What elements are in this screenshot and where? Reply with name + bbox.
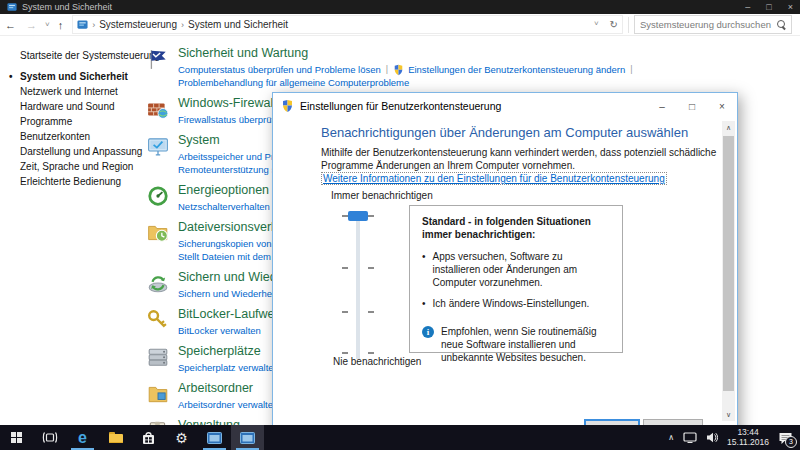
address-dropdown-icon[interactable]: ˅ — [594, 19, 599, 30]
folder-icon — [109, 432, 123, 443]
level-bullet-text: Ich ändere Windows-Einstellungen. — [433, 297, 590, 310]
task-link[interactable]: Arbeitsordner verwalten — [178, 398, 278, 411]
slider-tick — [342, 311, 348, 313]
up-icon[interactable]: ↑ — [58, 19, 64, 31]
sidebar-item-erleichterte-bedienung[interactable]: Erleichterte Bedienung — [0, 174, 146, 189]
task-link[interactable]: Speicherplatz verwalten — [178, 361, 279, 374]
uac-slider-thumb[interactable] — [348, 211, 368, 221]
taskbar-window-button-active[interactable] — [231, 425, 264, 450]
scroll-up-icon[interactable]: ∧ — [722, 121, 735, 134]
history-dropdown-icon[interactable]: ˅ — [45, 20, 50, 29]
sidebar-item-programme[interactable]: Programme — [0, 114, 146, 129]
refresh-icon[interactable]: ↻ — [610, 19, 618, 30]
uac-settings-dialog: Einstellungen für Benutzerkontensteuerun… — [272, 92, 738, 439]
sidebar-item-startseite[interactable]: Startseite der Systemsteuerung — [0, 48, 146, 63]
edge-button[interactable]: e — [66, 425, 99, 450]
sidebar-item-label: Benutzerkonten — [20, 131, 90, 142]
info-icon: i — [422, 326, 434, 338]
item-sicherheit-und-wartung: Sicherheit und Wartung Computerstatus üb… — [146, 46, 800, 89]
sidebar-item-netzwerk[interactable]: Netzwerk und Internet — [0, 84, 146, 99]
uac-shield-icon — [281, 99, 294, 113]
gear-icon: ⚙ — [175, 431, 188, 445]
start-button[interactable] — [0, 425, 33, 450]
desktop-screen: System und Sicherheit – □ × ← → ˅ ↑ › Sy… — [0, 0, 800, 450]
firewall-icon — [146, 97, 170, 121]
flag-icon — [146, 47, 170, 71]
sidebar: Startseite der Systemsteuerung •System u… — [0, 35, 146, 425]
store-bag-icon — [142, 431, 155, 445]
task-link[interactable]: Problembehandlung für allgemeine Compute… — [178, 76, 409, 89]
minimize-icon[interactable]: – — [745, 3, 750, 12]
action-center-button[interactable]: 3 — [778, 431, 793, 445]
taskbar: e ⚙ ∧ 13:44 15.11.2016 — [0, 425, 800, 450]
breadcrumb-sep-icon: › — [92, 20, 95, 30]
control-panel-icon — [7, 2, 17, 12]
sidebar-item-hardware[interactable]: Hardware und Sound — [0, 99, 146, 114]
task-link-uac-settings[interactable]: Einstellungen der Benutzerkontensteuerun… — [408, 63, 625, 76]
category-link[interactable]: Sicherheit und Wartung — [178, 46, 638, 61]
slider-tick — [342, 352, 348, 354]
sidebar-item-benutzerkonten[interactable]: Benutzerkonten — [0, 129, 146, 144]
back-icon[interactable]: ← — [5, 19, 16, 31]
window-titlebar: System und Sicherheit – □ × — [0, 0, 800, 14]
level-bullet-text: Apps versuchen, Software zu installieren… — [433, 250, 610, 289]
work-folders-icon — [146, 382, 170, 406]
uac-level-description-panel: Standard - in folgenden Situationen imme… — [409, 205, 623, 353]
scroll-down-icon[interactable]: ∨ — [722, 408, 735, 421]
category-link[interactable]: Speicherplätze — [178, 344, 279, 359]
task-link[interactable]: Computerstatus überprüfen und Probleme l… — [178, 63, 381, 76]
system-tray: ∧ 13:44 15.11.2016 3 — [668, 425, 800, 450]
sidebar-item-zeit-sprache[interactable]: Zeit, Sprache und Region — [0, 159, 146, 174]
tray-chevron-up-icon[interactable]: ∧ — [668, 433, 674, 442]
maximize-icon[interactable]: □ — [766, 3, 771, 12]
search-icon[interactable] — [777, 20, 786, 29]
taskbar-clock[interactable]: 13:44 15.11.2016 — [727, 428, 769, 447]
system-monitor-icon — [146, 134, 170, 158]
task-link[interactable]: Firewallstatus überprüfen — [178, 113, 285, 126]
slider-top-label: Immer benachrichtigen — [331, 190, 433, 201]
edge-icon: e — [78, 430, 87, 446]
address-bar[interactable]: › Systemsteuerung › System und Sicherhei… — [72, 15, 623, 34]
minimize-icon[interactable]: – — [647, 93, 677, 119]
slider-tick — [368, 215, 374, 217]
file-history-icon — [146, 221, 170, 245]
more-info-link[interactable]: Weitere Informationen zu den Einstellung… — [321, 172, 667, 185]
dialog-title: Einstellungen für Benutzerkontensteuerun… — [300, 100, 501, 112]
windows-logo-icon — [11, 432, 22, 443]
file-explorer-button[interactable] — [99, 425, 132, 450]
task-link[interactable]: BitLocker verwalten — [178, 324, 261, 337]
sidebar-item-label: Erleichterte Bedienung — [20, 176, 121, 187]
bullet-icon: • — [422, 297, 426, 310]
dialog-description: Mithilfe der Benutzerkontensteuerung kan… — [321, 146, 729, 172]
close-icon[interactable]: × — [788, 3, 793, 12]
level-note-text: Empfohlen, wenn Sie routinemäßig neue So… — [441, 325, 610, 364]
task-view-button[interactable] — [33, 425, 66, 450]
store-button[interactable] — [132, 425, 165, 450]
separator: | — [386, 63, 388, 76]
sidebar-item-label: Netzwerk und Internet — [20, 86, 118, 97]
category-link[interactable]: Arbeitsordner — [178, 381, 278, 396]
scrollbar-thumb[interactable] — [723, 136, 734, 391]
level-title: Standard - in folgenden Situationen imme… — [422, 215, 610, 241]
close-icon[interactable]: × — [707, 93, 737, 119]
uac-slider-track[interactable] — [356, 213, 360, 359]
network-icon[interactable] — [683, 432, 697, 443]
sidebar-item-system-und-sicherheit[interactable]: •System und Sicherheit — [0, 69, 146, 84]
level-bullet-item: • Ich ändere Windows-Einstellungen. — [422, 297, 610, 310]
sidebar-item-label: System und Sicherheit — [20, 71, 128, 82]
sidebar-item-darstellung[interactable]: Darstellung und Anpassung — [0, 144, 146, 159]
backup-restore-icon — [146, 271, 170, 295]
breadcrumb-systemsteuerung[interactable]: Systemsteuerung — [99, 19, 177, 30]
dialog-scrollbar[interactable]: ∧ ∨ — [722, 121, 735, 421]
settings-button[interactable]: ⚙ — [165, 425, 198, 450]
search-box[interactable] — [634, 15, 792, 34]
breadcrumb-system-und-sicherheit[interactable]: System und Sicherheit — [188, 19, 288, 30]
taskbar-window-button[interactable] — [198, 425, 231, 450]
volume-icon[interactable] — [706, 432, 718, 443]
notification-badge: 3 — [785, 436, 797, 448]
divider — [628, 17, 629, 33]
control-panel-icon — [77, 19, 88, 30]
slider-bottom-label: Nie benachrichtigen — [333, 356, 421, 367]
maximize-icon[interactable]: □ — [677, 93, 707, 119]
search-input[interactable] — [640, 19, 777, 30]
